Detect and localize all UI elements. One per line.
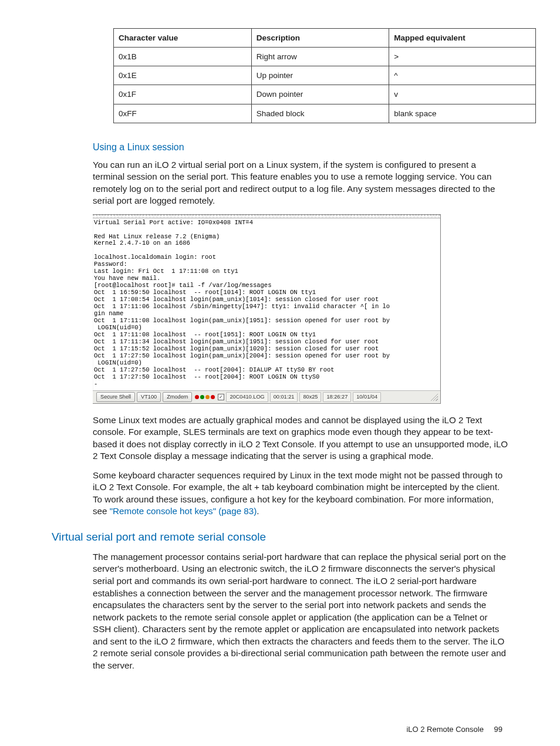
- cell: blank space: [389, 104, 536, 123]
- status-date: 10/01/04: [353, 392, 381, 402]
- paragraph-text: .: [257, 506, 259, 516]
- paragraph: Some Linux text modes are actually graph…: [93, 414, 508, 463]
- link-remote-hot-keys[interactable]: "Remote console hot keys" (page 83): [110, 506, 257, 516]
- log-checkbox[interactable]: ✓: [218, 394, 224, 400]
- paragraph: Some keyboard character sequences requir…: [93, 470, 508, 518]
- cell: Shaded block: [251, 104, 389, 123]
- table-row: 0xFF Shaded block blank space: [114, 104, 536, 123]
- paragraph: The management processor contains serial…: [93, 551, 508, 671]
- table-row: 0x1E Up pointer ^: [114, 66, 536, 85]
- status-secure-shell-button[interactable]: Secure Shell: [96, 392, 135, 402]
- cell: 0xFF: [114, 104, 252, 123]
- terminal-status-bar: Secure Shell VT100 Zmodem ✓ 20C0410.LOG …: [93, 390, 440, 403]
- resize-grip-icon[interactable]: [430, 393, 438, 401]
- status-elapsed: 00:01:21: [270, 392, 298, 402]
- status-zmodem-button[interactable]: Zmodem: [163, 392, 192, 402]
- status-led-group: [194, 395, 217, 399]
- char-value-table: Character value Description Mapped equiv…: [113, 28, 536, 123]
- table-row: 0x1F Down pointer v: [114, 85, 536, 104]
- cell: 0x1F: [114, 85, 252, 104]
- cell: 0x1E: [114, 66, 252, 85]
- status-logfile: 20C0410.LOG: [226, 392, 268, 402]
- table-row: 0x1B Right arrow >: [114, 48, 536, 66]
- th-mapped: Mapped equivalent: [389, 29, 536, 48]
- terminal-output: Virtual Serial Port active: IO=0x0408 IN…: [93, 218, 440, 390]
- led-icon: [195, 395, 199, 399]
- status-vt100-button[interactable]: VT100: [137, 392, 161, 402]
- cell: v: [389, 85, 536, 104]
- status-size: 80x25: [299, 392, 321, 402]
- cell: Up pointer: [251, 66, 389, 85]
- footer-page-number: 99: [494, 725, 502, 734]
- heading-linux-session: Using a Linux session: [93, 141, 508, 154]
- th-char-value: Character value: [114, 29, 252, 48]
- heading-virtual-serial-port: Virtual serial port and remote serial co…: [52, 529, 508, 545]
- page-footer: iLO 2 Remote Console 99: [52, 724, 508, 735]
- led-icon: [211, 395, 215, 399]
- status-time: 18:26:27: [323, 392, 351, 402]
- cell: Right arrow: [251, 48, 389, 66]
- paragraph: You can run an iLO 2 virtual serial port…: [93, 159, 508, 207]
- cell: Down pointer: [251, 85, 389, 104]
- cell: 0x1B: [114, 48, 252, 66]
- cell: ^: [389, 66, 536, 85]
- terminal-screenshot: Virtual Serial Port active: IO=0x0408 IN…: [93, 214, 441, 404]
- footer-section: iLO 2 Remote Console: [406, 725, 484, 734]
- cell: >: [389, 48, 536, 66]
- led-icon: [205, 395, 210, 399]
- led-icon: [200, 395, 204, 399]
- th-description: Description: [251, 29, 389, 48]
